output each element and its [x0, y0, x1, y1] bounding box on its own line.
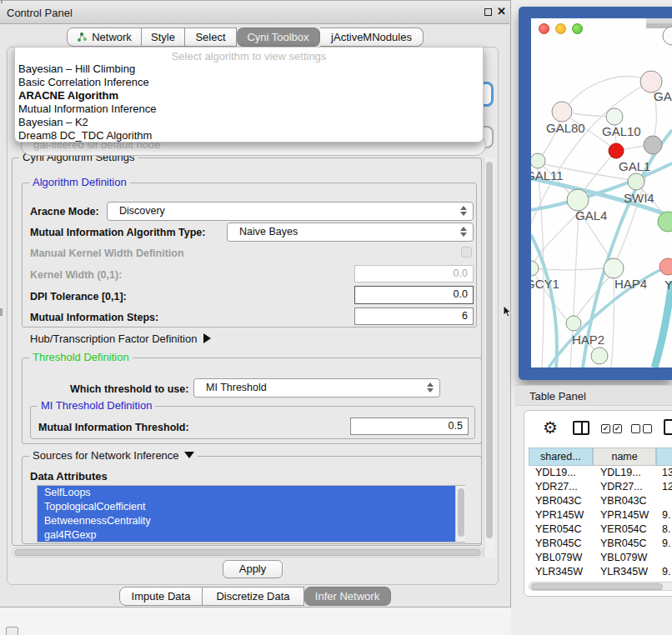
mi-threshold-label: Mutual Information Threshold:	[38, 422, 189, 433]
apply-button[interactable]: Apply	[223, 560, 283, 578]
table-horizontal-scrollbar[interactable]	[529, 582, 672, 591]
table-row[interactable]: YER054C YER054C 8.	[529, 522, 672, 537]
scrollbar-thumb[interactable]	[14, 549, 481, 556]
node-label: GAL1	[619, 159, 650, 173]
node-gcy1[interactable]	[531, 261, 539, 276]
which-threshold-label: Which threshold to use:	[70, 383, 188, 395]
gear-icon[interactable]: ⚙	[543, 418, 558, 438]
list-item[interactable]: TopologicalCoefficient	[38, 500, 461, 514]
table-row[interactable]: YBR045C YBR045C 9.	[529, 537, 672, 551]
settings-vertical-scrollbar[interactable]	[484, 158, 495, 558]
control-panel-window: Control Panel ✕ Network Style Select	[0, 0, 511, 608]
tab-style[interactable]: Style	[142, 28, 185, 47]
table-row[interactable]: YDL19... YDL19... 13	[529, 466, 672, 480]
minimize-traffic-light[interactable]	[555, 23, 566, 34]
cell: 9.	[659, 565, 672, 579]
node-gal1[interactable]	[609, 143, 624, 158]
float-window-icon[interactable]	[484, 8, 492, 16]
list-vertical-scrollbar[interactable]	[455, 486, 465, 542]
which-threshold-combo[interactable]: MI Threshold	[193, 378, 440, 398]
tab-select[interactable]: Select	[185, 28, 237, 47]
list-item[interactable]: BetweennessCentrality	[38, 514, 461, 528]
list-item[interactable]: gal4RGexp	[38, 528, 461, 542]
scrollbar-thumb[interactable]	[531, 583, 663, 590]
dropdown-item[interactable]: Mutual Information Inference	[15, 102, 483, 116]
dropdown-item[interactable]: Bayesian – K2	[15, 116, 483, 129]
cell: YBR043C	[594, 494, 659, 508]
table-row[interactable]: YBR043C YBR043C	[529, 494, 672, 508]
dropdown-item[interactable]: Bayesian – Hill Climbing	[15, 62, 483, 76]
unchecked-checkbox-icon[interactable]	[643, 424, 652, 433]
node-gal80[interactable]	[552, 102, 572, 122]
cell: YBL079W	[594, 551, 659, 565]
panel-divider-grip[interactable]	[0, 308, 3, 316]
kernel-width-field[interactable]: 0.0	[354, 265, 474, 282]
node-gal11[interactable]	[531, 153, 545, 168]
node[interactable]	[663, 27, 672, 45]
document-icon[interactable]	[664, 419, 672, 435]
tab-cyni-toolbox[interactable]: Cyni Toolbox	[237, 28, 320, 47]
close-traffic-light[interactable]	[539, 23, 549, 34]
table-row[interactable]: YBL079W YBL079W	[529, 551, 672, 565]
aracne-mode-combo[interactable]: Discovery	[107, 202, 474, 221]
hub-tf-definition-toggle[interactable]: Hub/Transcription Factor Definition	[30, 332, 211, 345]
network-canvas[interactable]: GAL GAL80 GAL10 GAL1 GAL11 SWI4 GAL4 GCY…	[531, 18, 672, 368]
manual-kernel-checkbox[interactable]	[461, 247, 472, 258]
manual-kernel-label: Manual Kernel Width Definition	[30, 248, 184, 259]
column-header-name[interactable]: name	[593, 448, 657, 466]
list-item[interactable]: SelfLoops	[38, 486, 461, 500]
scrollbar-thumb[interactable]	[486, 162, 493, 538]
table-row[interactable]: YPR145W YPR145W 9.	[529, 508, 672, 522]
tab-impute-data[interactable]: Impute Data	[119, 587, 203, 606]
combo-value: Naive Bayes	[239, 226, 298, 238]
stepper-icon	[459, 227, 467, 237]
dropdown-item[interactable]: Dream8 DC_TDC Algorithm	[15, 129, 483, 142]
settings-horizontal-scrollbar[interactable]	[12, 548, 484, 558]
column-header-shared[interactable]: shared...	[529, 448, 593, 466]
split-columns-icon[interactable]	[573, 421, 589, 435]
node-gray[interactable]	[644, 136, 662, 154]
tab-discretize-data[interactable]: Discretize Data	[203, 587, 304, 606]
dropdown-item-selected[interactable]: ARACNE Algorithm	[15, 89, 483, 102]
edge-fragment	[1, 0, 3, 3]
tab-network[interactable]: Network	[67, 28, 142, 47]
tab-label: jActiveMNodules	[331, 31, 412, 43]
cell: YDL19...	[594, 466, 659, 480]
tab-jactivemnodules[interactable]: jActiveMNodules	[320, 28, 424, 47]
column-header-partial[interactable]	[656, 448, 672, 466]
mouse-cursor	[503, 305, 513, 318]
group-legend: Sources for Network Inference	[29, 450, 198, 462]
tab-label: Select	[195, 31, 225, 43]
node-hap2[interactable]	[566, 316, 581, 331]
mi-type-label: Mutual Information Algorithm Type:	[30, 227, 205, 238]
checked-checkbox-icon[interactable]: ✓	[601, 424, 610, 433]
cell: 9.	[659, 508, 672, 522]
close-icon[interactable]: ✕	[497, 5, 506, 18]
mi-steps-field[interactable]: 6	[354, 308, 474, 325]
node-gal10[interactable]	[606, 108, 623, 125]
cell: 13	[659, 466, 672, 480]
cell: YLR345W	[529, 565, 594, 579]
scrollbar-thumb[interactable]	[458, 488, 464, 537]
cell: YER054C	[529, 522, 594, 537]
table-row[interactable]: YDR27... YDR27... 12	[529, 480, 672, 494]
table-row[interactable]: YLR345W YLR345W 9.	[529, 565, 672, 579]
node-swi4[interactable]	[628, 173, 644, 190]
node-green[interactable]	[658, 212, 672, 232]
checked-checkbox-icon[interactable]: ✓	[613, 424, 622, 433]
node[interactable]	[591, 348, 608, 364]
node-salmon[interactable]	[659, 258, 672, 275]
stepper-icon	[459, 206, 467, 216]
dropdown-item[interactable]: Basic Correlation Inference	[15, 76, 483, 89]
mi-threshold-field[interactable]: 0.5	[350, 418, 469, 435]
mi-type-combo[interactable]: Naive Bayes	[227, 222, 474, 242]
node-hap4[interactable]	[604, 258, 624, 278]
apply-button-label: Apply	[239, 562, 267, 575]
node-label: GAL	[654, 89, 672, 103]
window-fragment	[646, 18, 672, 23]
dpi-tolerance-field[interactable]: 0.0	[354, 286, 474, 304]
unchecked-checkbox-icon[interactable]	[631, 424, 640, 433]
zoom-traffic-light[interactable]	[572, 23, 583, 34]
tab-infer-network[interactable]: Infer Network	[304, 587, 391, 606]
stepper-icon	[426, 382, 434, 392]
